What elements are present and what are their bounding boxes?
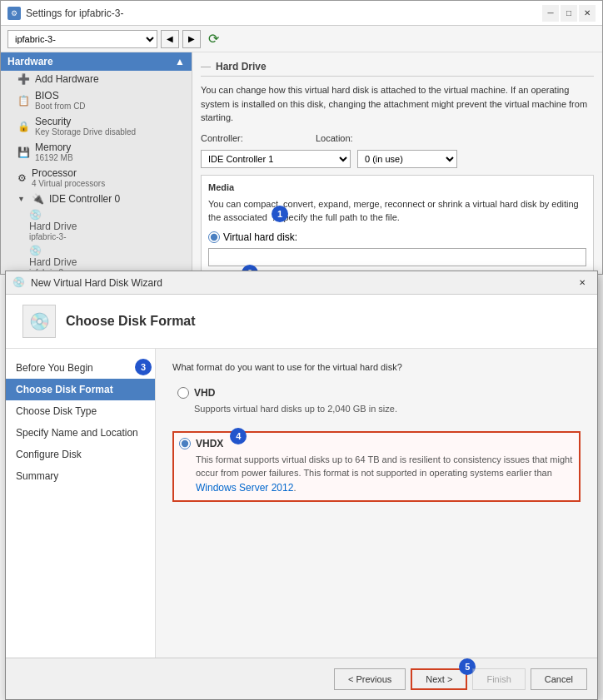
wizard-nav-configure-disk[interactable]: Configure Disk — [6, 444, 155, 465]
security-sub: Key Storage Drive disabled — [35, 127, 136, 137]
security-group: Security Key Storage Drive disabled — [35, 116, 136, 137]
virtual-hard-disk-label: Virtual hard disk: — [223, 231, 297, 243]
hardware-section-header: Hardware ▲ — [1, 52, 192, 71]
wizard-title-bar: 💿 New Virtual Hard Disk Wizard ✕ — [6, 271, 597, 295]
close-wizard-button[interactable]: ✕ — [574, 275, 591, 291]
content-area: Hard Drive You can change how this virtu… — [192, 52, 602, 274]
toolbar: ipfabric-3- ◀ ▶ ⟳ — [1, 26, 602, 52]
hdd1-group: Hard Drive ipfabric-3- — [29, 221, 185, 241]
cancel-button[interactable]: Cancel — [531, 668, 587, 690]
hdd1-sub: ipfabric-3- — [29, 232, 185, 241]
hardware-label: Hardware — [7, 56, 53, 67]
window-controls: ─ □ ✕ — [542, 5, 596, 22]
settings-title: Settings for ipfabric-3- — [26, 7, 123, 19]
minimize-button[interactable]: ─ — [542, 5, 559, 22]
security-icon: 🔒 — [17, 121, 30, 132]
wizard-nav-specify-name[interactable]: Specify Name and Location — [6, 422, 155, 444]
sidebar-item-memory[interactable]: 💾 Memory 16192 MB — [1, 139, 192, 165]
refresh-button[interactable]: ⟳ — [204, 30, 222, 48]
wizard-question: What format do you want to use for the v… — [172, 362, 581, 372]
sidebar-item-hard-drive-2[interactable]: 💿 Hard Drive ipfabric-3- — [1, 243, 192, 274]
wizard-nav-choose-disk-format[interactable]: Choose Disk Format — [6, 379, 155, 400]
memory-label: Memory — [35, 141, 73, 153]
virtual-hard-disk-radio-row: Virtual hard disk: — [208, 231, 586, 243]
sidebar-item-ide-controller[interactable]: ▼ 🔌 IDE Controller 0 — [1, 191, 192, 207]
wizard-nav-label-name: Specify Name and Location — [16, 427, 138, 439]
controller-label: Controller: — [201, 133, 259, 143]
sidebar-item-bios[interactable]: 📋 BIOS Boot from CD — [1, 87, 192, 113]
vhdx-label-row: VHDX 4 — [179, 438, 574, 449]
add-hardware-icon: ➕ — [17, 73, 30, 85]
wizard-nav-label-before: Before You Begin — [16, 362, 93, 374]
wizard-nav-summary[interactable]: Summary — [6, 465, 155, 487]
path-input[interactable] — [208, 248, 586, 266]
wizard-title: New Virtual Hard Disk Wizard — [31, 277, 162, 289]
vhd-label-row: VHD — [177, 387, 576, 399]
vhdx-option: VHDX 4 This format supports virtual disk… — [172, 431, 581, 502]
wizard-footer: < Previous Next > 5 Finish Cancel — [6, 658, 597, 699]
vhd-radio[interactable] — [177, 387, 189, 399]
memory-sub: 16192 MB — [35, 153, 73, 162]
hdd2-icon: 💿 — [29, 245, 42, 256]
processor-sub: 4 Virtual processors — [32, 179, 105, 188]
vhd-label: VHD — [194, 387, 215, 399]
processor-label: Processor — [32, 167, 105, 179]
settings-body: Hardware ▲ ➕ Add Hardware 📋 BIOS Boot fr… — [1, 52, 602, 274]
processor-icon: ⚙ — [17, 172, 27, 184]
vhdx-label: VHDX 4 — [196, 438, 223, 449]
panel-description: You can change how this virtual hard dis… — [201, 83, 594, 125]
bios-icon: 📋 — [17, 95, 30, 107]
badge-1: 1 — [272, 206, 288, 222]
sidebar-item-security[interactable]: 🔒 Security Key Storage Drive disabled — [1, 113, 192, 139]
wizard-content: What format do you want to use for the v… — [156, 349, 597, 658]
memory-group: Memory 16192 MB — [35, 141, 73, 162]
media-title: Media — [208, 182, 586, 192]
wizard-nav-label-type: Choose Disk Type — [16, 405, 97, 417]
sidebar-item-add-hardware[interactable]: ➕ Add Hardware — [1, 71, 192, 87]
hdd1-icon: 💿 — [29, 209, 42, 221]
vhd-description: Supports virtual hard disks up to 2,040 … — [177, 402, 576, 416]
hdd1-label: Hard Drive — [29, 221, 185, 232]
collapse-icon[interactable]: ▲ — [175, 56, 185, 67]
ide-label: IDE Controller 0 — [49, 193, 120, 205]
sidebar-item-hard-drive-1[interactable]: 💿 Hard Drive ipfabric-3- — [1, 207, 192, 243]
wizard-body: Before You Begin 3 Choose Disk Format Ch… — [6, 349, 597, 658]
media-description: You can compact, convert, expand, merge,… — [208, 197, 586, 225]
wizard-nav-label-format: Choose Disk Format — [16, 384, 113, 395]
sidebar-item-processor[interactable]: ⚙ Processor 4 Virtual processors — [1, 165, 192, 191]
badge-4: 4 — [230, 428, 247, 444]
title-bar: ⚙ Settings for ipfabric-3- ─ □ ✕ — [1, 1, 602, 26]
wizard-title-left: 💿 New Virtual Hard Disk Wizard — [12, 276, 162, 290]
wizard-nav-before-you-begin[interactable]: Before You Begin 3 — [6, 357, 155, 379]
controller-selects-row: IDE Controller 1 0 (in use) — [201, 150, 594, 168]
settings-window: ⚙ Settings for ipfabric-3- ─ □ ✕ ipfabri… — [0, 0, 603, 275]
previous-button[interactable]: < Previous — [334, 668, 406, 690]
wizard-window: 💿 New Virtual Hard Disk Wizard ✕ 💿 Choos… — [5, 271, 598, 700]
panel-header: Hard Drive — [201, 61, 594, 77]
vm-selector[interactable]: ipfabric-3- — [7, 30, 157, 48]
wizard-nav-choose-disk-type[interactable]: Choose Disk Type — [6, 400, 155, 422]
wizard-nav-label-configure: Configure Disk — [16, 449, 82, 460]
media-box: Media You can compact, convert, expand, … — [201, 175, 594, 275]
nav-forward-button[interactable]: ▶ — [182, 30, 201, 48]
controller-select[interactable]: IDE Controller 1 — [201, 150, 351, 168]
ide-icon: 🔌 — [32, 193, 44, 205]
virtual-hard-disk-radio[interactable] — [208, 231, 220, 243]
vhd-option: VHD Supports virtual hard disks up to 2,… — [172, 382, 581, 421]
processor-group: Processor 4 Virtual processors — [32, 167, 105, 188]
badge-3: 3 — [135, 359, 152, 375]
bios-group: BIOS Boot from CD — [35, 90, 86, 111]
bios-label: BIOS — [35, 90, 86, 102]
wizard-header-icon: 💿 — [22, 305, 56, 338]
close-settings-button[interactable]: ✕ — [579, 5, 596, 22]
vhdx-radio[interactable] — [179, 438, 191, 449]
windows-server-link[interactable]: Windows Server 2012 — [196, 482, 293, 494]
location-select[interactable]: 0 (in use) — [357, 150, 457, 168]
nav-back-button[interactable]: ◀ — [161, 30, 179, 48]
finish-button[interactable]: Finish — [472, 668, 525, 690]
maximize-button[interactable]: □ — [561, 5, 577, 22]
next-button[interactable]: Next > — [411, 668, 467, 690]
wizard-icon: 💿 — [12, 276, 26, 290]
security-label: Security — [35, 116, 136, 127]
wizard-header-title: Choose Disk Format — [66, 314, 196, 329]
